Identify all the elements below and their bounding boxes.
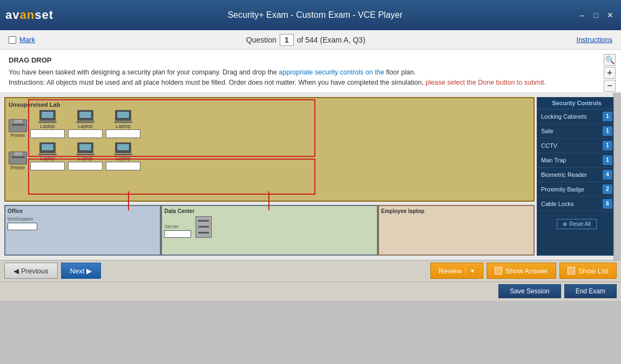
server-drop[interactable] xyxy=(164,230,191,238)
device-printer-2: Printer xyxy=(9,152,27,170)
security-badge-biometric: 4 xyxy=(603,170,612,180)
magnify-button[interactable]: 🔍 xyxy=(604,54,616,66)
data-center-section: Data Center Server xyxy=(161,205,378,256)
simulation-area: Unsupervised Lab Printer La xyxy=(0,93,621,260)
drop-box-6[interactable] xyxy=(106,162,140,170)
security-badge-locking-cabinets: 1 xyxy=(603,112,612,121)
office-content: Workstation xyxy=(8,216,158,230)
security-item-cable-locks[interactable]: Cable Locks 6 xyxy=(537,197,617,211)
drop-box-1[interactable] xyxy=(30,129,65,138)
security-item-label-man-trap: Man Trap xyxy=(541,157,566,163)
question-type-label: DRAG DROP xyxy=(9,56,612,64)
show-answer-label: Show Answer xyxy=(505,267,548,275)
review-button[interactable]: Review ▼ xyxy=(430,263,483,279)
drop-box-4[interactable] xyxy=(30,162,65,170)
laptop-label-5: Laptop xyxy=(78,156,93,161)
security-item-man-trap[interactable]: Man Trap 1 xyxy=(537,153,617,168)
printer-label-2: Printer xyxy=(11,165,25,170)
zoom-in-button[interactable]: + xyxy=(604,67,616,79)
employee-section: Employee laptop xyxy=(378,205,535,256)
drop-box-5[interactable] xyxy=(68,162,103,170)
right-scrollbar[interactable] xyxy=(613,93,621,260)
security-badge-safe: 1 xyxy=(603,126,612,136)
laptop-label-4: Laptop xyxy=(40,156,55,161)
previous-label: Previous xyxy=(21,267,49,275)
device-laptop-2: Laptop xyxy=(68,110,103,138)
office-section: Office Workstation xyxy=(4,205,161,256)
drop-box-2[interactable] xyxy=(68,129,103,138)
security-item-safe[interactable]: Safe 1 xyxy=(537,124,617,139)
device-laptop-5: Laptop xyxy=(68,142,103,170)
show-answer-button[interactable]: Show Answer xyxy=(487,263,556,279)
security-badge-proximity: 2 xyxy=(603,184,612,194)
content-area: DRAG DROP You have been tasked with desi… xyxy=(0,50,621,93)
security-badge-cctv: 1 xyxy=(603,141,612,150)
office-title: Office xyxy=(8,208,158,214)
question-label: Question xyxy=(246,36,276,44)
lab-section: Unsupervised Lab Printer La xyxy=(4,97,535,202)
data-center-title: Data Center xyxy=(164,208,375,214)
printer-label-1: Printer xyxy=(11,133,25,138)
printer-icon-2 xyxy=(9,152,27,164)
security-items-list: Locking Cabinets 1 Safe 1 CCTV 1 Man Tra… xyxy=(537,109,617,211)
next-button[interactable]: Next ▶ xyxy=(61,263,102,279)
laptop-label-1: Laptop xyxy=(40,123,55,129)
workstation-drop[interactable] xyxy=(8,223,37,230)
security-item-label-cctv: CCTV xyxy=(541,142,557,149)
minimize-button[interactable]: – xyxy=(577,10,588,20)
previous-button[interactable]: ◀ Previous xyxy=(4,263,58,279)
review-dropdown-arrow: ▼ xyxy=(465,268,475,274)
reset-all-button[interactable]: ⊗ Reset All xyxy=(557,219,596,229)
security-item-locking-cabinets[interactable]: Locking Cabinets 1 xyxy=(537,109,617,124)
laptop-label-3: Laptop xyxy=(116,123,131,129)
workstation-label: Workstation xyxy=(8,216,158,222)
reset-icon: ⊗ xyxy=(563,221,567,227)
question-text: You have been tasked with designing a se… xyxy=(9,67,612,88)
security-item-biometric[interactable]: Biometric Reader 4 xyxy=(537,168,617,182)
close-button[interactable]: ✕ xyxy=(605,10,616,20)
device-laptop-1: Laptop xyxy=(30,110,65,138)
lab-title: Unsupervised Lab xyxy=(9,101,530,108)
question-number-area: Question 1 of 544 (Exam A, Q3) xyxy=(246,34,366,46)
review-label: Review xyxy=(438,267,462,275)
show-list-label: Show List xyxy=(578,267,609,275)
question-text-line2: Instructions: All objects must be used a… xyxy=(9,79,546,86)
next-label: Next xyxy=(70,267,85,275)
security-item-proximity[interactable]: Proximity Badge 2 xyxy=(537,182,617,197)
device-printer-1: Printer xyxy=(9,119,27,138)
device-row-2: Printer Laptop Laptop xyxy=(9,142,530,170)
server-label: Server xyxy=(164,224,191,229)
employee-title: Employee laptop xyxy=(381,208,531,214)
security-panel-title: Security Controls xyxy=(537,97,617,109)
security-item-label-cable-locks: Cable Locks xyxy=(541,201,574,207)
device-laptop-4: Laptop xyxy=(30,142,65,170)
show-list-button[interactable]: Show List xyxy=(559,263,617,279)
laptop-icon-4 xyxy=(39,142,56,153)
security-item-cctv[interactable]: CCTV 1 xyxy=(537,139,617,153)
security-badge-cable-locks: 6 xyxy=(603,199,612,209)
security-badge-man-trap: 1 xyxy=(603,155,612,165)
logo-area: avanset xyxy=(5,8,53,22)
device-laptop-6: Laptop xyxy=(106,142,140,170)
laptop-label-6: Laptop xyxy=(116,156,131,161)
save-session-button[interactable]: Save Session xyxy=(498,284,561,298)
restore-button[interactable]: □ xyxy=(591,10,602,20)
end-exam-button[interactable]: End Exam xyxy=(564,284,617,298)
laptop-icon-3 xyxy=(115,110,131,121)
mark-label[interactable]: Mark xyxy=(19,36,35,44)
device-laptop-3: Laptop xyxy=(106,110,140,138)
logo-accent: an xyxy=(19,8,35,22)
title-bar: avanset Security+ Exam - Custom Exam - V… xyxy=(0,0,621,30)
security-item-label-locking-cabinets: Locking Cabinets xyxy=(541,113,586,120)
reset-area: ⊗ Reset All xyxy=(537,216,617,232)
zoom-out-button[interactable]: − xyxy=(604,80,616,92)
laptop-icon-6 xyxy=(115,142,131,153)
instructions-link[interactable]: Instructions xyxy=(577,36,612,44)
mark-checkbox[interactable] xyxy=(9,36,16,44)
bottom-toolbar: ◀ Previous Next ▶ Review ▼ Show Answer S… xyxy=(0,260,621,281)
next-arrow-icon: ▶ xyxy=(86,267,92,275)
floor-plan: Unsupervised Lab Printer La xyxy=(4,97,535,256)
drop-box-3[interactable] xyxy=(106,129,140,138)
security-controls-panel: Security Controls Locking Cabinets 1 Saf… xyxy=(537,97,617,256)
reset-all-label: Reset All xyxy=(569,221,590,227)
